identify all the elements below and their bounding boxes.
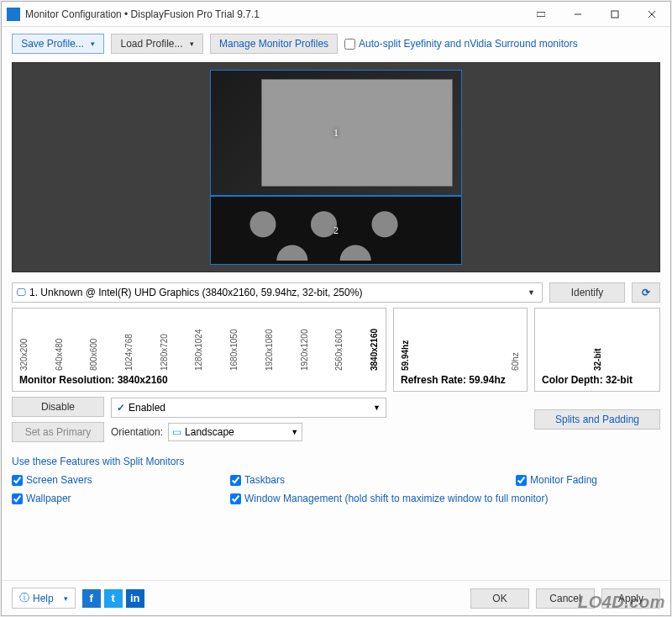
features-section: Use these Features with Split Monitors S…: [2, 449, 670, 508]
orientation-label: Orientation:: [111, 426, 163, 438]
svg-rect-2: [612, 11, 618, 18]
refresh-slider[interactable]: 59.94hz60hz Refresh Rate: 59.94hz: [393, 308, 528, 392]
svg-rect-0: [537, 12, 545, 16]
chevron-down-icon: ▾: [91, 40, 95, 48]
depth-slider[interactable]: 32-bit Color Depth: 32-bit: [534, 308, 660, 392]
chevron-down-icon: ▾: [190, 40, 194, 48]
preview-monitor-1[interactable]: 1: [210, 70, 462, 196]
close-button[interactable]: [633, 2, 670, 27]
taskbars-checkbox[interactable]: Taskbars: [230, 474, 516, 486]
app-window: Monitor Configuration • DisplayFusion Pr…: [1, 1, 671, 616]
tick[interactable]: 1680x1050: [229, 315, 239, 371]
window-management-checkbox[interactable]: Window Management (hold shift to maximiz…: [230, 493, 660, 504]
refresh-label: Refresh Rate: 59.94hz: [397, 371, 523, 388]
window-title: Monitor Configuration • DisplayFusion Pr…: [25, 8, 522, 20]
auto-split-checkbox[interactable]: Auto-split Eyefinity and nVidia Surround…: [344, 38, 578, 50]
monitor-icon: 🖵: [16, 287, 26, 298]
tick[interactable]: 800x600: [89, 315, 98, 371]
monitor-dropdown[interactable]: 🖵 1. Unknown @ Intel(R) UHD Graphics (38…: [12, 282, 543, 303]
save-profile-button[interactable]: Save Profile...▾: [12, 34, 104, 54]
tick[interactable]: 1280x720: [160, 315, 169, 371]
features-title: Use these Features with Split Monitors: [12, 456, 660, 467]
maximize-button[interactable]: [596, 2, 633, 27]
tick[interactable]: 1024x768: [124, 315, 134, 371]
controls-area: 🖵 1. Unknown @ Intel(R) UHD Graphics (38…: [2, 279, 670, 449]
enabled-dropdown[interactable]: ✓ Enabled ▼: [111, 398, 386, 418]
refresh-ticks: 59.94hz60hz: [397, 312, 523, 371]
tick[interactable]: 320x200: [19, 315, 29, 371]
app-icon: [7, 8, 20, 21]
minimize-button[interactable]: [559, 2, 596, 27]
top-toolbar: Save Profile...▾ Load Profile...▾ Manage…: [2, 27, 670, 61]
tick[interactable]: 32-bit: [593, 315, 602, 371]
titlebar: Monitor Configuration • DisplayFusion Pr…: [2, 2, 670, 27]
window-extra-icon[interactable]: [522, 2, 559, 27]
preview-monitor-2[interactable]: 2: [210, 196, 462, 265]
social-links: f t in: [82, 589, 144, 608]
wallpaper-checkbox[interactable]: Wallpaper: [12, 493, 230, 504]
chevron-down-icon: ▼: [524, 288, 538, 297]
tick[interactable]: 1920x1080: [265, 315, 274, 371]
tick[interactable]: 60hz: [511, 315, 520, 371]
monitor-preview-area[interactable]: 1 2: [12, 62, 660, 272]
linkedin-icon[interactable]: in: [126, 589, 144, 608]
tick[interactable]: 1920x1200: [300, 315, 309, 371]
ok-button[interactable]: OK: [470, 588, 529, 609]
disable-button[interactable]: Disable: [12, 397, 104, 417]
apply-button[interactable]: Apply: [601, 588, 660, 609]
resolution-ticks: 320x200640x480800x6001024x7681280x720128…: [16, 312, 382, 371]
refresh-button[interactable]: ⟳: [632, 282, 660, 303]
twitter-icon[interactable]: t: [104, 589, 123, 608]
set-primary-button[interactable]: Set as Primary: [12, 422, 104, 442]
tick[interactable]: 59.94hz: [401, 315, 410, 371]
identify-button[interactable]: Identify: [549, 282, 625, 303]
chevron-down-icon: ▾: [64, 594, 68, 603]
help-button[interactable]: ⓘHelp▾: [12, 588, 76, 609]
resolution-label: Monitor Resolution: 3840x2160: [16, 371, 382, 388]
depth-label: Color Depth: 32-bit: [538, 371, 656, 388]
check-icon: ✓: [117, 402, 125, 414]
chevron-down-icon: ▼: [291, 428, 298, 436]
cancel-button[interactable]: Cancel: [536, 588, 595, 609]
chevron-down-icon: ▼: [373, 403, 381, 412]
tick[interactable]: 3840x2160: [370, 315, 379, 371]
orientation-dropdown[interactable]: ▭ Landscape ▼: [168, 423, 302, 441]
screen-savers-checkbox[interactable]: Screen Savers: [12, 474, 230, 486]
landscape-icon: ▭: [172, 426, 181, 438]
load-profile-button[interactable]: Load Profile...▾: [111, 34, 203, 54]
manage-profiles-button[interactable]: Manage Monitor Profiles: [210, 34, 338, 54]
monitor-fading-checkbox[interactable]: Monitor Fading: [516, 474, 660, 486]
facebook-icon[interactable]: f: [82, 589, 101, 608]
monitor-dropdown-text: 1. Unknown @ Intel(R) UHD Graphics (3840…: [29, 287, 524, 298]
splits-padding-button[interactable]: Splits and Padding: [534, 409, 660, 430]
tick[interactable]: 2560x1600: [334, 315, 344, 371]
depth-ticks: 32-bit: [538, 312, 656, 371]
monitor-layout: 1 2: [210, 70, 462, 265]
resolution-slider[interactable]: 320x200640x480800x6001024x7681280x720128…: [12, 308, 386, 392]
footer: ⓘHelp▾ f t in OK Cancel Apply: [2, 580, 670, 615]
tick[interactable]: 640x480: [55, 315, 64, 371]
tick[interactable]: 1280x1024: [194, 315, 203, 371]
